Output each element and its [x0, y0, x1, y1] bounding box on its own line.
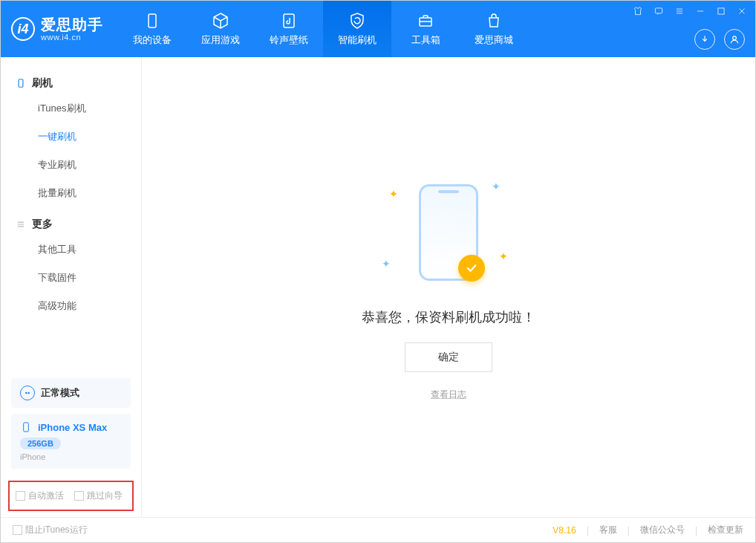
confirm-button[interactable]: 确定	[405, 342, 492, 372]
checkbox-label: 自动激活	[28, 490, 64, 502]
flash-options-highlighted: 自动激活 跳过向导	[8, 481, 134, 511]
header-right-buttons	[694, 29, 745, 50]
checkbox-label: 阻止iTunes运行	[25, 524, 88, 536]
nav-smart-flash[interactable]: 智能刷机	[323, 1, 391, 57]
sparkle-icon: ✦	[499, 250, 508, 262]
maximize-button[interactable]	[715, 5, 727, 17]
check-update-link[interactable]: 检查更新	[708, 524, 743, 536]
group-header-more[interactable]: 更多	[1, 213, 141, 235]
device-type: iPhone	[20, 452, 122, 461]
minimize-button[interactable]	[694, 5, 706, 17]
device-name: iPhone XS Max	[38, 422, 107, 433]
mode-label: 正常模式	[41, 386, 79, 400]
svg-point-8	[27, 392, 30, 394]
svg-rect-6	[19, 79, 23, 88]
checkbox-block-itunes[interactable]: 阻止iTunes运行	[13, 524, 88, 536]
sparkle-icon: ✦	[492, 181, 501, 192]
mode-icon	[20, 386, 35, 400]
sidebar-item-other-tools[interactable]: 其他工具	[1, 235, 141, 264]
toolbox-icon	[416, 11, 435, 30]
success-illustration: ✦ ✦ ✦ ✦	[374, 173, 523, 292]
download-button[interactable]	[694, 29, 715, 50]
device-mode-box[interactable]: 正常模式	[11, 378, 131, 408]
music-file-icon	[279, 11, 299, 30]
nav-my-device[interactable]: 我的设备	[118, 1, 186, 57]
bag-icon	[484, 11, 504, 30]
sparkle-icon: ✦	[389, 188, 398, 200]
device-capacity-badge: 256GB	[20, 438, 61, 449]
nav-label: 铃声壁纸	[270, 33, 308, 47]
nav-label: 智能刷机	[338, 33, 377, 47]
wechat-link[interactable]: 微信公众号	[640, 524, 685, 536]
checkbox-auto-activate[interactable]: 自动激活	[16, 490, 64, 502]
sidebar-group-more: 更多 其他工具 下载固件 高级功能	[1, 213, 141, 320]
success-message: 恭喜您，保资料刷机成功啦！	[362, 308, 535, 326]
svg-rect-1	[284, 14, 294, 27]
sidebar: 刷机 iTunes刷机 一键刷机 专业刷机 批量刷机 更多 其他工具 下载固件 …	[1, 57, 142, 517]
support-link[interactable]: 客服	[599, 524, 617, 536]
app-url: www.i4.cn	[41, 33, 103, 42]
svg-rect-0	[149, 14, 156, 27]
account-button[interactable]	[724, 29, 745, 50]
checkmark-badge-icon	[458, 255, 485, 282]
nav-toolbox[interactable]: 工具箱	[391, 1, 460, 57]
nav-label: 爱思商城	[475, 33, 513, 47]
connected-device-box[interactable]: iPhone XS Max 256GB iPhone	[11, 414, 131, 469]
app-name: 爱思助手	[41, 16, 103, 33]
main-content: ✦ ✦ ✦ ✦ 恭喜您，保资料刷机成功啦！ 确定 查看日志	[142, 57, 755, 517]
sidebar-item-download-firmware[interactable]: 下载固件	[1, 264, 141, 292]
svg-rect-9	[24, 423, 29, 432]
sparkle-icon: ✦	[382, 258, 391, 270]
skin-icon[interactable]	[632, 5, 644, 17]
close-button[interactable]	[736, 5, 748, 17]
group-header-flash[interactable]: 刷机	[1, 72, 141, 94]
phone-outline-icon	[419, 184, 478, 281]
app-logo-icon: i4	[11, 17, 35, 41]
nav-store[interactable]: 爱思商城	[460, 1, 528, 57]
sidebar-item-pro-flash[interactable]: 专业刷机	[1, 151, 141, 179]
svg-rect-4	[718, 8, 724, 14]
nav-label: 工具箱	[411, 33, 440, 47]
refresh-shield-icon	[348, 11, 367, 30]
window-controls	[632, 5, 748, 17]
feedback-icon[interactable]	[653, 5, 665, 17]
cube-icon	[211, 11, 230, 30]
status-bar: 阻止iTunes运行 V8.16 | 客服 | 微信公众号 | 检查更新	[1, 517, 755, 542]
list-icon	[16, 219, 26, 230]
title-bar: i4 爱思助手 www.i4.cn 我的设备 应用游戏 铃声壁纸 智能刷机 工具…	[1, 1, 755, 57]
nav-ringtones-wallpapers[interactable]: 铃声壁纸	[255, 1, 323, 57]
group-title: 更多	[32, 218, 53, 231]
nav-label: 应用游戏	[201, 33, 240, 47]
menu-icon[interactable]	[674, 5, 685, 17]
svg-point-5	[733, 36, 737, 40]
version-label: V8.16	[553, 525, 576, 536]
svg-rect-3	[655, 8, 662, 13]
device-icon	[143, 11, 162, 30]
view-log-link[interactable]: 查看日志	[431, 388, 466, 401]
phone-icon	[20, 421, 32, 433]
svg-point-7	[25, 392, 27, 394]
sidebar-item-batch-flash[interactable]: 批量刷机	[1, 179, 141, 207]
nav-apps-games[interactable]: 应用游戏	[186, 1, 255, 57]
checkbox-icon	[74, 491, 84, 501]
nav-label: 我的设备	[133, 33, 172, 47]
sidebar-group-flash: 刷机 iTunes刷机 一键刷机 专业刷机 批量刷机	[1, 72, 141, 207]
checkbox-icon	[16, 491, 25, 501]
checkbox-icon	[13, 525, 22, 535]
sidebar-item-itunes-flash[interactable]: iTunes刷机	[1, 94, 141, 123]
logo-area: i4 爱思助手 www.i4.cn	[1, 1, 118, 57]
group-title: 刷机	[32, 77, 53, 90]
phone-icon	[16, 78, 26, 88]
checkbox-label: 跳过向导	[87, 490, 123, 502]
checkbox-skip-guide[interactable]: 跳过向导	[74, 490, 123, 502]
sidebar-item-onekey-flash[interactable]: 一键刷机	[1, 123, 141, 151]
sidebar-item-advanced[interactable]: 高级功能	[1, 292, 141, 320]
top-nav: 我的设备 应用游戏 铃声壁纸 智能刷机 工具箱 爱思商城	[118, 1, 528, 57]
